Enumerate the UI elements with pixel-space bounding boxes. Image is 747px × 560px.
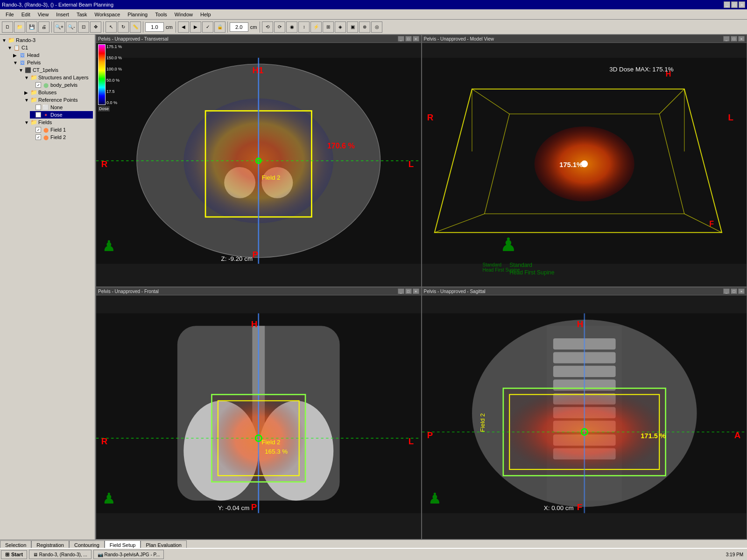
tree-expand-root[interactable]: ▼ xyxy=(2,38,7,43)
toolbar-btn-f[interactable]: ⊞ xyxy=(323,21,334,33)
tree-item-none[interactable]: ⬜ None xyxy=(30,104,93,111)
checkbox-body[interactable]: ✓ xyxy=(35,82,41,88)
viewport-content-sagittal: P A H F Field 2 171.5 % X: 0.00 cm ♟ xyxy=(422,287,747,539)
tree-item-dose[interactable]: ✓ ✦ Dose xyxy=(30,111,93,119)
toolbar-btn-j[interactable]: ◎ xyxy=(371,21,382,33)
tree-expand-field2[interactable] xyxy=(30,135,35,140)
menu-window[interactable]: Window xyxy=(171,11,197,18)
menu-insert[interactable]: Insert xyxy=(52,11,73,18)
tree-item-pelvis[interactable]: ▼ 🖼 Pelvis xyxy=(13,59,93,66)
toolbar-value2[interactable] xyxy=(230,22,248,32)
tree-expand-none[interactable] xyxy=(30,105,35,110)
toolbar-btn-g[interactable]: ◈ xyxy=(335,21,346,33)
menu-task[interactable]: Task xyxy=(73,11,91,18)
svg-text:L: L xyxy=(409,436,414,446)
toolbar-save[interactable]: 💾 xyxy=(26,21,37,33)
maximize-button[interactable]: □ xyxy=(731,1,738,8)
toolbar-rotate[interactable]: ↻ xyxy=(118,21,129,33)
toolbar-pan[interactable]: ✥ xyxy=(90,21,101,33)
tree-expand-fields[interactable]: ▼ xyxy=(24,120,30,125)
tree-icon-field2: ⬤ xyxy=(42,134,49,140)
toolbar-zoom-fit[interactable]: ⊡ xyxy=(78,21,89,33)
toolbar-zoom-in[interactable]: 🔍+ xyxy=(54,21,65,33)
tree-item-boluses[interactable]: ▶ 📁 Boluses xyxy=(24,89,93,96)
tree-item-fields[interactable]: ▼ 📁 Fields xyxy=(24,119,93,126)
toolbar-zoom-out[interactable]: 🔍- xyxy=(66,21,77,33)
svg-text:L: L xyxy=(728,112,733,122)
toolbar-measure[interactable]: 📏 xyxy=(130,21,141,33)
tree-item-refpoints[interactable]: ▼ 📁 Reference Points xyxy=(24,96,93,104)
tree-root[interactable]: ▼ 📁 Rando-3 xyxy=(2,36,93,44)
tree-item-ct1pelvis[interactable]: ▼ ⬛ CT_1pelvis xyxy=(19,66,93,74)
tree-expand-head[interactable]: ▶ xyxy=(13,53,19,58)
checkbox-field1[interactable]: ✓ xyxy=(35,127,41,133)
toolbar-new[interactable]: 🗋 xyxy=(2,21,13,33)
menu-tools[interactable]: Tools xyxy=(151,11,171,18)
tree-pelvis-children: ▼ ⬛ CT_1pelvis ▼ 📁 Structures and Layers xyxy=(13,66,93,141)
viewport-transversal[interactable]: Pelvis - Unapproved - Transversal _ □ × xyxy=(96,35,422,287)
tree-icon-body: ⬤ xyxy=(42,82,49,88)
toolbar-btn-e[interactable]: ⚡ xyxy=(310,21,322,33)
toolbar-cursor[interactable]: ↖ xyxy=(106,21,117,33)
tree-icon-c1: 📋 xyxy=(13,44,21,51)
tree-item-body-pelvis[interactable]: ✓ ⬤ body_pelvis xyxy=(30,81,93,89)
menu-planning[interactable]: Planning xyxy=(124,11,151,18)
toolbar-print[interactable]: 🖨 xyxy=(38,21,49,33)
toolbar-arrow-left[interactable]: ◀ xyxy=(178,21,189,33)
svg-text:171.5 %: 171.5 % xyxy=(641,432,666,440)
toolbar-btn-h[interactable]: ▣ xyxy=(347,21,358,33)
tree-expand-boluses[interactable]: ▶ xyxy=(24,90,30,95)
toolbar-btn-b[interactable]: ⟳ xyxy=(274,21,285,33)
start-button[interactable]: ⊞ Start xyxy=(1,550,27,559)
tree-expand-dose[interactable] xyxy=(30,112,35,118)
svg-text:H1: H1 xyxy=(252,65,263,75)
tree-item-structures[interactable]: ▼ 📁 Structures and Layers xyxy=(24,74,93,81)
toolbar-btn-a[interactable]: ⟲ xyxy=(262,21,273,33)
menu-edit[interactable]: Edit xyxy=(18,11,34,18)
checkbox-field2[interactable]: ✓ xyxy=(35,134,41,140)
minimize-button[interactable]: _ xyxy=(724,1,730,8)
tree-expand-c1[interactable]: ▼ xyxy=(7,45,13,50)
toolbar-sep1 xyxy=(51,21,52,33)
tree-expand-body[interactable] xyxy=(30,83,35,88)
tree-item-field2[interactable]: ✓ ⬤ Field 2 xyxy=(30,133,93,141)
tree-refpoints-children: ⬜ None ✓ ✦ Dose xyxy=(24,104,93,119)
tree-expand-pelvis[interactable]: ▼ xyxy=(13,60,19,65)
close-button[interactable]: × xyxy=(739,1,745,8)
tree-item-c1[interactable]: ▼ 📋 C1 xyxy=(7,44,93,51)
viewport-model[interactable]: Pelvis - Unapproved - Model View _ □ × xyxy=(422,35,747,287)
taskbar-item-1[interactable]: 🖥 Rando-3, (Rando-3), ... xyxy=(29,550,92,559)
tree-item-head[interactable]: ▶ 🖼 Head xyxy=(13,51,93,59)
tree-expand-refpoints[interactable]: ▼ xyxy=(24,98,30,103)
toolbar-open[interactable]: 📁 xyxy=(14,21,25,33)
checkbox-dose[interactable]: ✓ xyxy=(35,112,41,118)
svg-text:P: P xyxy=(251,502,257,512)
svg-text:Field 2: Field 2 xyxy=(261,439,280,446)
svg-text:R: R xyxy=(427,112,433,122)
tree-label-refpoints: Reference Points xyxy=(38,97,78,103)
svg-text:♟: ♟ xyxy=(102,238,116,254)
toolbar-check[interactable]: ✓ xyxy=(202,21,213,33)
toolbar-btn-d[interactable]: ↕ xyxy=(298,21,310,33)
menu-file[interactable]: File xyxy=(2,11,18,18)
checkbox-none[interactable] xyxy=(35,105,41,110)
tree-item-field1[interactable]: ✓ ⬤ Field 1 xyxy=(30,126,93,133)
viewport-area: Pelvis - Unapproved - Transversal _ □ × xyxy=(96,35,747,539)
viewport-sagittal[interactable]: Pelvis - Unapproved - Sagittal _ □ × xyxy=(422,287,747,539)
tree-icon-dose: ✦ xyxy=(42,112,49,118)
menu-view[interactable]: View xyxy=(34,11,53,18)
viewport-row-bottom: Pelvis - Unapproved - Frontal _ □ × xyxy=(96,287,747,539)
tree-expand-field1[interactable] xyxy=(30,127,35,133)
toolbar-value1[interactable] xyxy=(145,22,164,32)
toolbar-arrow-right[interactable]: ▶ xyxy=(190,21,201,33)
tree-expand-structures[interactable]: ▼ xyxy=(24,75,30,80)
tree-expand-ct1pelvis[interactable]: ▼ xyxy=(19,68,24,73)
viewport-frontal[interactable]: Pelvis - Unapproved - Frontal _ □ × xyxy=(96,287,422,539)
toolbar-btn-c[interactable]: ◉ xyxy=(286,21,297,33)
menu-workspace[interactable]: Workspace xyxy=(91,11,124,18)
menu-help[interactable]: Help xyxy=(197,11,215,18)
toolbar-btn-i[interactable]: ⊗ xyxy=(359,21,370,33)
toolbar-lock[interactable]: 🔒 xyxy=(214,21,226,33)
taskbar-item-2[interactable]: 📷 Rando-3-pelvisA.JPG - P... xyxy=(93,550,164,559)
window-controls[interactable]: _ □ × xyxy=(724,1,745,8)
